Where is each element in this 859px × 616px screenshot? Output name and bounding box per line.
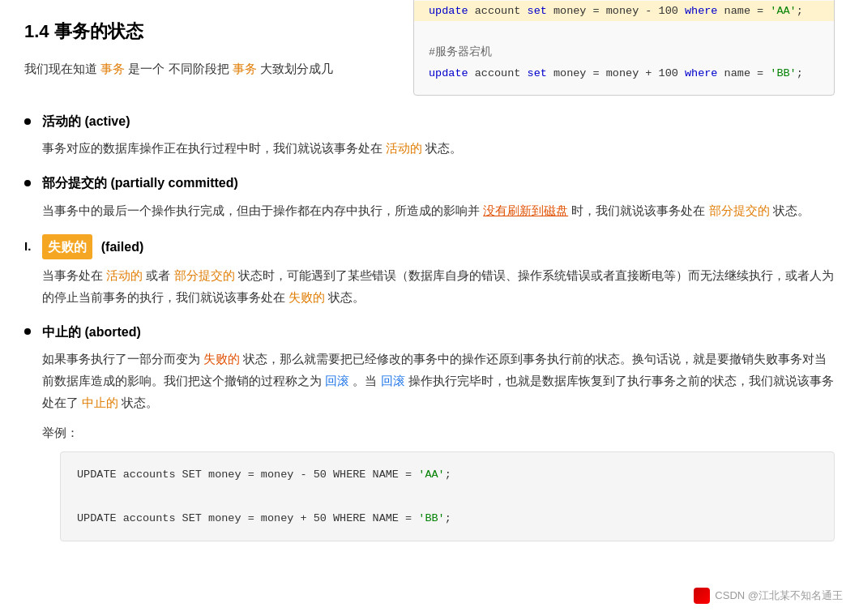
active-ref: 活动的 — [106, 268, 143, 282]
popup-where2: where — [685, 67, 724, 79]
failed-ref: 失败的 — [288, 290, 325, 304]
code-popup: # 案例：AA用户给BB用户转账100 update account set m… — [413, 0, 835, 96]
popup-set1: set — [528, 5, 553, 17]
section-aborted-title: 中止的 (aborted) — [42, 321, 141, 343]
section-aborted-header: 中止的 (aborted) — [24, 321, 835, 343]
section-active-body: 事务对应的数据库操作正在执行过程中时，我们就说该事务处在 活动的 状态。 — [42, 137, 835, 159]
popup-semi2: ; — [797, 67, 803, 79]
popup-string-bb: 'BB' — [770, 67, 796, 79]
intro-keyword-transaction1: 事务 — [100, 62, 125, 75]
popup-string-aa: 'AA' — [770, 5, 796, 17]
section-active: 活动的 (active) 事务对应的数据库操作正在执行过程中时，我们就说该事务处… — [24, 110, 835, 159]
example-label: 举例： — [42, 421, 835, 443]
section-aborted-body: 如果事务执行了一部分而变为 失败的 状态，那么就需要把已经修改的事务中的操作还原… — [42, 348, 835, 541]
bullet-aborted — [24, 328, 31, 335]
popup-keyword-update2: update — [429, 67, 475, 79]
popup-comment2: #服务器宕机 — [429, 46, 492, 58]
rollback-ref2: 回滚 — [381, 374, 405, 387]
section-failed-paren: (failed) — [97, 236, 143, 258]
section-failed-title: 失败的 — [42, 234, 92, 259]
section-active-title: 活动的 (active) — [42, 110, 130, 132]
popup-keyword-update1: update — [429, 5, 475, 17]
popup-where1: where — [685, 5, 724, 17]
section-partial-title: 部分提交的 (partially committed) — [42, 172, 238, 194]
popup-money-expr2: money = money + 100 — [553, 67, 685, 79]
section-aborted: 中止的 (aborted) 如果事务执行了一部分而变为 失败的 状态，那么就需要… — [24, 321, 835, 541]
failed-ref2: 失败的 — [203, 352, 240, 366]
section-failed-header: I. 失败的 (failed) — [24, 234, 835, 259]
section-partially-committed: 部分提交的 (partially committed) 当事务中的最后一个操作执… — [24, 172, 835, 220]
popup-semi1: ; — [797, 5, 803, 17]
partial-ref: 部分提交的 — [174, 268, 235, 282]
popup-name1: name = — [724, 5, 771, 17]
example-code-block: UPDATE accounts SET money = money - 50 W… — [60, 451, 835, 541]
aborted-state-ref: 中止的 — [82, 396, 118, 409]
intro-keyword-transaction2: 事务 — [233, 62, 257, 75]
section-partial-body: 当事务中的最后一个操作执行完成，但由于操作都在内存中执行，所造成的影响并 没有刷… — [42, 199, 835, 221]
section-partial-header: 部分提交的 (partially committed) — [24, 172, 835, 194]
section-failed: I. 失败的 (failed) 当事务处在 活动的 或者 部分提交的 状态时，可… — [24, 234, 835, 308]
partial-state-highlight: 部分提交的 — [709, 203, 770, 217]
popup-name2: name = — [724, 67, 771, 79]
section-active-header: 活动的 (active) — [24, 110, 835, 132]
popup-account1: account — [475, 5, 528, 17]
popup-set2: set — [528, 67, 553, 79]
sections-list: 活动的 (active) 事务对应的数据库操作正在执行过程中时，我们就说该事务处… — [24, 110, 835, 541]
active-highlight: 活动的 — [386, 141, 422, 155]
popup-account2: account — [475, 67, 528, 79]
code-line2: UPDATE accounts SET money = money + 50 W… — [77, 512, 451, 524]
section-failed-body: 当事务处在 活动的 或者 部分提交的 状态时，可能遇到了某些错误（数据库自身的错… — [42, 264, 835, 308]
bullet-failed: I. — [24, 236, 31, 257]
no-flush-highlight: 没有刷新到磁盘 — [483, 203, 568, 217]
code-line1: UPDATE accounts SET money = money - 50 W… — [77, 468, 451, 481]
bullet-active — [24, 118, 31, 125]
bullet-partial — [24, 180, 31, 186]
rollback-ref1: 回滚 — [325, 374, 349, 387]
popup-money-expr1: money = money - 100 — [553, 5, 685, 17]
